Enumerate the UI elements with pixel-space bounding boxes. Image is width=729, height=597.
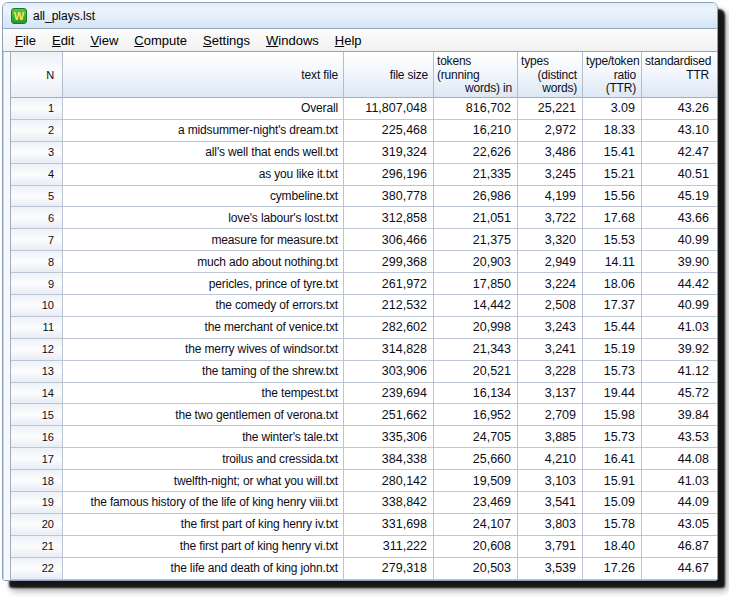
menu-item-view[interactable]: View [82, 30, 126, 51]
text-file-cell[interactable]: the life and death of king john.txt [63, 558, 344, 579]
file-size-cell[interactable]: 225,468 [344, 120, 434, 141]
row-number-cell[interactable]: 16 [11, 426, 63, 447]
row-number-cell[interactable]: 11 [11, 317, 63, 338]
row-number-cell[interactable]: 8 [11, 251, 63, 272]
ttr-cell[interactable]: 15.44 [583, 317, 642, 338]
types-cell[interactable]: 3,541 [518, 492, 583, 513]
tokens-cell[interactable]: 20,903 [434, 251, 518, 272]
title-bar[interactable]: W all_plays.lst [3, 3, 717, 29]
text-file-cell[interactable]: the first part of king henry vi.txt [63, 536, 344, 557]
sttr-cell[interactable]: 45.19 [642, 186, 717, 207]
row-number-cell[interactable]: 10 [11, 295, 63, 316]
file-size-cell[interactable]: 338,842 [344, 492, 434, 513]
table-row[interactable]: 1Overall11,807,048816,70225,2213.0943.26 [11, 98, 717, 120]
types-cell[interactable]: 3,803 [518, 514, 583, 535]
types-cell[interactable]: 2,709 [518, 404, 583, 425]
table-row[interactable]: 5cymbeline.txt380,77826,9864,19915.5645.… [11, 186, 717, 208]
sttr-cell[interactable]: 41.03 [642, 470, 717, 491]
sttr-cell[interactable]: 39.90 [642, 251, 717, 272]
menu-item-file[interactable]: File [7, 30, 44, 51]
tokens-cell[interactable]: 24,705 [434, 426, 518, 447]
menu-item-windows[interactable]: Windows [258, 30, 327, 51]
sttr-cell[interactable]: 43.26 [642, 98, 717, 119]
tokens-cell[interactable]: 21,375 [434, 229, 518, 250]
ttr-cell[interactable]: 15.53 [583, 229, 642, 250]
ttr-cell[interactable]: 15.41 [583, 142, 642, 163]
types-cell[interactable]: 3,137 [518, 383, 583, 404]
text-file-cell[interactable]: twelfth-night; or what you will.txt [63, 470, 344, 491]
row-number-cell[interactable]: 9 [11, 273, 63, 294]
tokens-cell[interactable]: 20,608 [434, 536, 518, 557]
types-cell[interactable]: 2,949 [518, 251, 583, 272]
ttr-cell[interactable]: 18.33 [583, 120, 642, 141]
sttr-cell[interactable]: 46.87 [642, 536, 717, 557]
types-cell[interactable]: 4,199 [518, 186, 583, 207]
text-file-cell[interactable]: the merry wives of windsor.txt [63, 339, 344, 360]
row-number-cell[interactable]: 7 [11, 229, 63, 250]
table-row[interactable]: 2a midsummer-night's dream.txt225,46816,… [11, 120, 717, 142]
tokens-cell[interactable]: 19,509 [434, 470, 518, 491]
text-file-cell[interactable]: all's well that ends well.txt [63, 142, 344, 163]
column-header-text-file[interactable]: text file [63, 52, 344, 98]
file-size-cell[interactable]: 212,532 [344, 295, 434, 316]
types-cell[interactable]: 3,791 [518, 536, 583, 557]
table-row[interactable]: 16the winter's tale.txt335,30624,7053,88… [11, 426, 717, 448]
ttr-cell[interactable]: 15.09 [583, 492, 642, 513]
column-header-n[interactable]: N [11, 52, 63, 98]
row-number-cell[interactable]: 17 [11, 448, 63, 469]
types-cell[interactable]: 3,228 [518, 361, 583, 382]
sttr-cell[interactable]: 44.09 [642, 492, 717, 513]
file-size-cell[interactable]: 380,778 [344, 186, 434, 207]
column-header-tokens[interactable]: tokens (runningwords) intext [434, 52, 518, 98]
types-cell[interactable]: 2,508 [518, 295, 583, 316]
tokens-cell[interactable]: 20,503 [434, 558, 518, 579]
text-file-cell[interactable]: the winter's tale.txt [63, 426, 344, 447]
text-file-cell[interactable]: troilus and cressida.txt [63, 448, 344, 469]
ttr-cell[interactable]: 19.44 [583, 383, 642, 404]
row-number-cell[interactable]: 15 [11, 404, 63, 425]
column-header-ttr[interactable]: type/tokenratio(TTR) [583, 52, 642, 98]
sttr-cell[interactable]: 39.84 [642, 404, 717, 425]
ttr-cell[interactable]: 15.21 [583, 164, 642, 185]
menu-item-compute[interactable]: Compute [126, 30, 195, 51]
file-size-cell[interactable]: 239,694 [344, 383, 434, 404]
row-number-cell[interactable]: 19 [11, 492, 63, 513]
row-number-cell[interactable]: 12 [11, 339, 63, 360]
text-file-cell[interactable]: pericles, prince of tyre.txt [63, 273, 344, 294]
text-file-cell[interactable]: the famous history of the life of king h… [63, 492, 344, 513]
file-size-cell[interactable]: 319,324 [344, 142, 434, 163]
file-size-cell[interactable]: 331,698 [344, 514, 434, 535]
tokens-cell[interactable]: 14,442 [434, 295, 518, 316]
file-size-cell[interactable]: 306,466 [344, 229, 434, 250]
text-file-cell[interactable]: much ado about nothing.txt [63, 251, 344, 272]
sttr-cell[interactable]: 40.51 [642, 164, 717, 185]
column-header-sttr[interactable]: standardisedTTR [642, 52, 717, 98]
types-cell[interactable]: 3,320 [518, 229, 583, 250]
tokens-cell[interactable]: 16,134 [434, 383, 518, 404]
types-cell[interactable]: 3,722 [518, 207, 583, 228]
sttr-cell[interactable]: 40.99 [642, 229, 717, 250]
sttr-cell[interactable]: 43.53 [642, 426, 717, 447]
sttr-cell[interactable]: 41.12 [642, 361, 717, 382]
text-file-cell[interactable]: a midsummer-night's dream.txt [63, 120, 344, 141]
text-file-cell[interactable]: Overall [63, 98, 344, 119]
text-file-cell[interactable]: the taming of the shrew.txt [63, 361, 344, 382]
ttr-cell[interactable]: 15.73 [583, 426, 642, 447]
table-row[interactable]: 15the two gentlemen of verona.txt251,662… [11, 404, 717, 426]
text-file-cell[interactable]: the tempest.txt [63, 383, 344, 404]
menu-item-help[interactable]: Help [327, 30, 370, 51]
types-cell[interactable]: 3,245 [518, 164, 583, 185]
tokens-cell[interactable]: 26,986 [434, 186, 518, 207]
table-row[interactable]: 12the merry wives of windsor.txt314,8282… [11, 339, 717, 361]
tokens-cell[interactable]: 21,051 [434, 207, 518, 228]
tokens-cell[interactable]: 20,521 [434, 361, 518, 382]
menu-item-edit[interactable]: Edit [44, 30, 82, 51]
tokens-cell[interactable]: 25,660 [434, 448, 518, 469]
row-number-cell[interactable]: 6 [11, 207, 63, 228]
types-cell[interactable]: 3,243 [518, 317, 583, 338]
row-number-cell[interactable]: 22 [11, 558, 63, 579]
row-number-cell[interactable]: 2 [11, 120, 63, 141]
sttr-cell[interactable]: 44.67 [642, 558, 717, 579]
text-file-cell[interactable]: as you like it.txt [63, 164, 344, 185]
types-cell[interactable]: 3,486 [518, 142, 583, 163]
